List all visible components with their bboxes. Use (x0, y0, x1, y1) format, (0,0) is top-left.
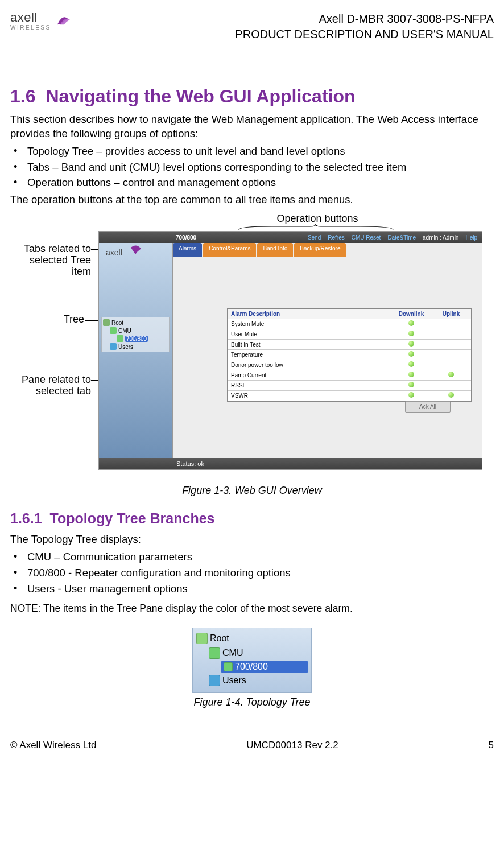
note: NOTE: The items in the Tree Pane display… (10, 600, 494, 617)
cell-name: User Mute (228, 329, 391, 339)
bullet: CMU – Communication parameters (10, 549, 494, 565)
bullet: Topology Tree – provides access to unit … (10, 143, 494, 159)
gui-sidebar: axell Root CMU 700/800 Users (99, 243, 173, 458)
tab-control-params[interactable]: Control&Params (203, 243, 256, 257)
figure-1-3-caption: Figure 1-3. Web GUI Overview (10, 485, 494, 497)
cell-name: VSWR (228, 391, 391, 401)
cell-downlink (391, 370, 431, 380)
status-dot-icon (408, 331, 414, 336)
bullet: Operation buttons – control and manageme… (10, 175, 494, 191)
tb-help[interactable]: Help (465, 234, 477, 241)
tb-datetime[interactable]: Date&Time (387, 234, 416, 241)
topbar-links: Send Refres CMU Reset Date&Time admin : … (308, 234, 482, 241)
tree-root[interactable]: Root (103, 319, 168, 327)
tab-backup-restore[interactable]: Backup/Restore (294, 243, 346, 257)
gui-content: Alarms Control&Params Band Info Backup/R… (173, 243, 482, 458)
cell-name: Temperature (228, 350, 391, 360)
doc-code: Axell D-MBR 3007-3008-PS-NFPA (235, 11, 494, 27)
tab-strip: Alarms Control&Params Band Info Backup/R… (173, 243, 347, 257)
tree-cmu[interactable]: CMU (103, 327, 168, 335)
table-header: Alarm Description Downlink Uplink (228, 309, 471, 319)
bullet: 700/800 - Repeater configuration and mon… (10, 565, 494, 581)
cell-downlink (391, 360, 431, 370)
tree-cmu[interactable]: CMU (196, 646, 308, 661)
cell-uplink (431, 350, 471, 360)
status-dot-icon (408, 341, 414, 346)
tree-band-selected[interactable]: 700/800 (103, 335, 168, 343)
callout-pane: Pane related to selected tab (11, 374, 91, 397)
table-row: RSSI (228, 381, 471, 391)
cell-downlink (391, 391, 431, 401)
logo-sub: WIRELESS (10, 25, 51, 31)
tb-send[interactable]: Send (308, 234, 321, 241)
cell-downlink (391, 350, 431, 360)
cell-downlink (391, 340, 431, 349)
status-dot-icon (448, 392, 454, 398)
status-dot-icon (448, 372, 454, 377)
cell-downlink (391, 381, 431, 390)
section-title: Navigating the Web GUI Application (46, 86, 355, 106)
tree-users[interactable]: Users (196, 673, 308, 688)
callout-operation: Operation buttons (255, 213, 380, 225)
sidebar-tree: Root CMU 700/800 Users (101, 317, 170, 352)
section-intro: This section describes how to navigate t… (10, 113, 494, 141)
subsection-num: 1.6.1 (10, 510, 42, 526)
callout-tabs: Tabs related to selected Tree item (11, 244, 91, 277)
ack-all-button[interactable]: Ack All (405, 401, 451, 412)
footer-left: © Axell Wireless Ltd (10, 740, 96, 751)
subsection-title: Topology Tree Branches (50, 510, 215, 526)
brace-icon (238, 224, 394, 231)
table-row: System Mute (228, 319, 471, 329)
table-row: VSWR (228, 391, 471, 401)
tb-admin: admin : Admin (423, 234, 458, 241)
bullet: Tabs – Band and unit (CMU) level options… (10, 159, 494, 175)
cell-name: Built In Test (228, 340, 391, 349)
tb-cmu-reset[interactable]: CMU Reset (352, 234, 381, 241)
subsection-bullets: CMU – Communication parameters 700/800 -… (10, 549, 494, 596)
tree-root[interactable]: Root (196, 631, 308, 646)
alarm-table: Alarm Description Downlink Uplink System… (227, 308, 472, 402)
status-dot-icon (408, 351, 414, 357)
status-dot-icon (408, 382, 414, 387)
status-icon (224, 662, 233, 671)
hdr-down: Downlink (391, 309, 431, 319)
cell-uplink (431, 391, 471, 401)
logo-text: axell WIRELESS (10, 11, 51, 31)
tree-band-selected[interactable]: 700/800 (221, 661, 308, 673)
doc-title: PRODUCT DESCRIPTION AND USER'S MANUAL (235, 27, 494, 42)
tree-users[interactable]: Users (103, 343, 168, 350)
status-bar: Status: ok (99, 458, 482, 469)
cell-uplink (431, 370, 471, 380)
status-icon (196, 633, 208, 644)
status-dot-icon (408, 392, 414, 398)
logo-brand: axell (10, 11, 51, 24)
page-header: axell WIRELESS Axell D-MBR 3007-3008-PS-… (10, 11, 494, 46)
status-dot-icon (408, 320, 414, 326)
status-text: Status: ok (176, 460, 204, 467)
section-after: The operation buttons at the top are com… (10, 193, 494, 207)
gui-topbar: 700/800 Send Refres CMU Reset Date&Time … (99, 232, 482, 243)
figure-1-4: Root CMU 700/800 Users (10, 628, 494, 693)
bullet: Users - User management options (10, 581, 494, 597)
swirl-icon (53, 9, 73, 28)
tb-refresh[interactable]: Refres (328, 234, 344, 241)
subsection-intro: The Topology Tree displays: (10, 533, 494, 547)
topology-tree-box: Root CMU 700/800 Users (192, 628, 312, 693)
cell-uplink (431, 340, 471, 349)
svg-text:axell: axell (106, 248, 122, 257)
status-dot-icon (408, 372, 414, 377)
cell-name: System Mute (228, 319, 391, 329)
tab-band-info[interactable]: Band Info (257, 243, 293, 257)
section-heading: 1.6Navigating the Web GUI Application (10, 86, 494, 107)
figure-1-3: Operation buttons Tabs related to select… (16, 214, 488, 481)
gui-main: axell Root CMU 700/800 Users Alarms Cont… (99, 243, 482, 458)
users-icon (209, 675, 220, 686)
cell-downlink (391, 329, 431, 339)
figure-1-4-caption: Figure 1-4. Topology Tree (10, 696, 494, 708)
tab-alarms[interactable]: Alarms (173, 243, 202, 257)
cell-name: Pamp Current (228, 370, 391, 380)
cell-uplink (431, 360, 471, 370)
section-num: 1.6 (10, 86, 35, 106)
sidebar-logo: axell (106, 245, 146, 267)
table-row: User Mute (228, 329, 471, 340)
